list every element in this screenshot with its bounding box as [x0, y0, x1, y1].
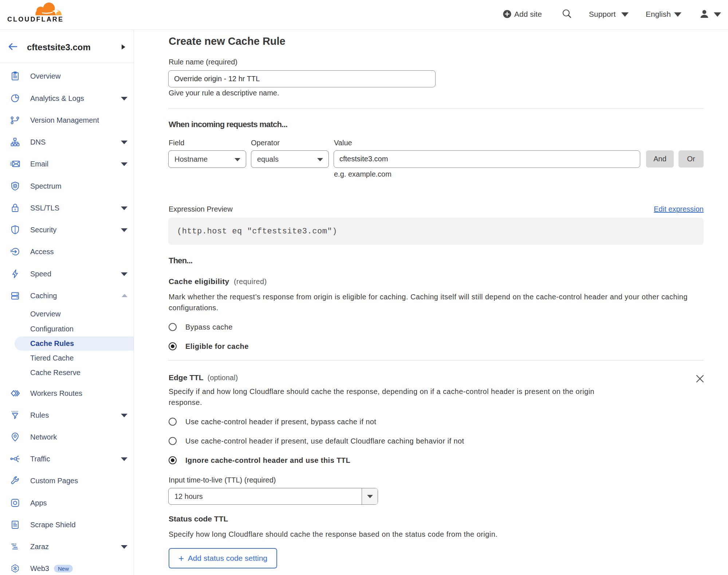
svg-text:CLOUDFLARE: CLOUDFLARE — [7, 16, 64, 23]
